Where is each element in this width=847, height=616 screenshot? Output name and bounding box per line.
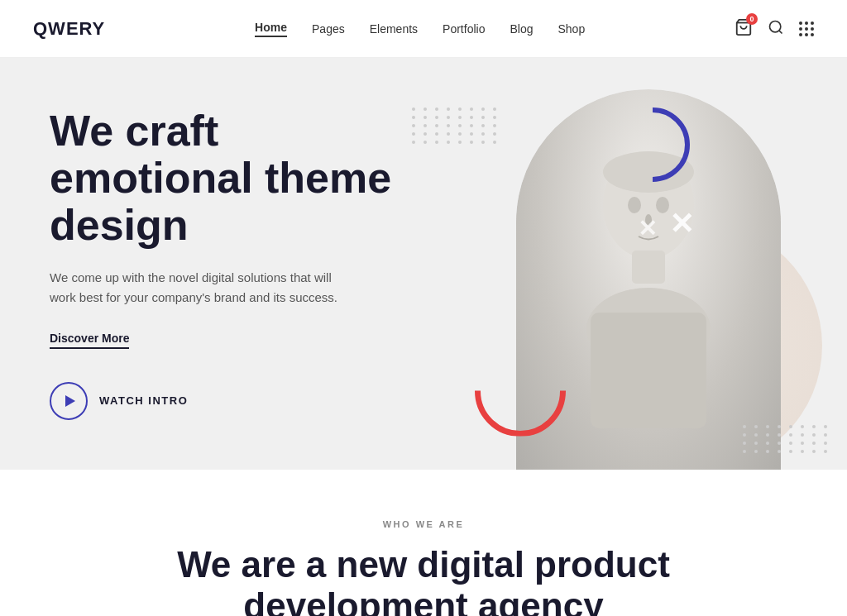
nav-icons: 0 (735, 18, 814, 40)
nav-item-portfolio[interactable]: Portfolio (443, 22, 485, 36)
x-mark-decoration-2: ✕ (638, 215, 657, 242)
hero-content: We craft emotional theme design We come … (0, 58, 430, 470)
watch-intro-button[interactable]: WATCH INTRO (50, 382, 397, 420)
grid-menu-button[interactable] (799, 21, 814, 36)
nav-item-shop[interactable]: Shop (557, 22, 585, 36)
svg-point-8 (628, 197, 641, 213)
nav-item-elements[interactable]: Elements (370, 22, 418, 36)
search-button[interactable] (768, 19, 784, 39)
logo[interactable]: QWERY (33, 18, 105, 40)
svg-rect-7 (591, 313, 706, 428)
hero-subtitle: We come up with the novel digital soluti… (50, 268, 347, 308)
svg-rect-5 (632, 251, 665, 284)
grid-icon (799, 21, 814, 36)
nav-item-home[interactable]: Home (255, 21, 287, 37)
who-section: WHO WE ARE We are a new digital product … (0, 470, 847, 616)
cart-badge: 0 (746, 13, 758, 25)
nav-links: Home Pages Elements Portfolio Blog Shop (255, 21, 585, 37)
play-triangle-icon (65, 395, 75, 407)
hero-section: We craft emotional theme design We come … (0, 58, 847, 470)
hero-title: We craft emotional theme design (50, 107, 397, 250)
who-eyebrow: WHO WE ARE (33, 519, 814, 529)
play-circle-icon (50, 382, 88, 420)
svg-point-9 (656, 197, 669, 213)
watch-intro-label: WATCH INTRO (99, 394, 188, 407)
search-icon (768, 19, 784, 36)
navbar: QWERY Home Pages Elements Portfolio Blog… (0, 0, 847, 58)
x-mark-decoration: ✕ (669, 207, 694, 241)
discover-more-link[interactable]: Discover More (50, 332, 129, 349)
dot-grid-bottom (743, 425, 830, 453)
svg-point-1 (769, 21, 780, 31)
nav-item-pages[interactable]: Pages (312, 22, 345, 36)
hero-image-area: ✕ ✕ (367, 58, 847, 470)
cart-button[interactable]: 0 (735, 18, 753, 40)
nav-item-blog[interactable]: Blog (510, 22, 533, 36)
who-title: We are a new digital product development… (33, 544, 814, 616)
svg-line-2 (779, 30, 782, 33)
